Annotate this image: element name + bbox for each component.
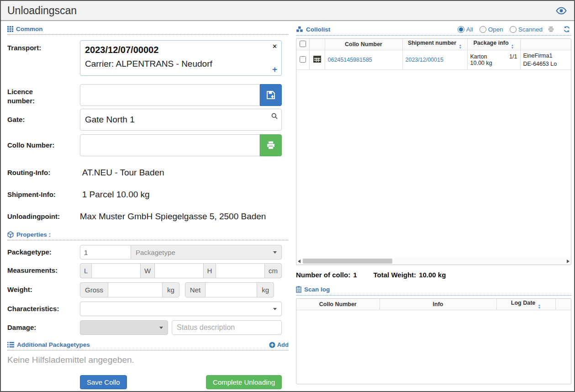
characteristics-select[interactable] bbox=[80, 302, 282, 316]
print-collo-button[interactable] bbox=[260, 134, 282, 156]
gate-label: Gate: bbox=[7, 109, 80, 131]
scroll-left-icon[interactable] bbox=[296, 258, 302, 265]
column-header-icon bbox=[309, 39, 325, 50]
collo-number-cell: 06245145981585 bbox=[325, 50, 402, 70]
filter-open-radio[interactable] bbox=[480, 26, 486, 33]
title-bar: Unloadingscan bbox=[1, 1, 574, 21]
collo-number-input[interactable] bbox=[80, 134, 260, 156]
transport-label: Transport: bbox=[7, 40, 80, 76]
add-label: Add bbox=[277, 341, 289, 348]
sort-icon[interactable]: ▲▼ bbox=[459, 44, 462, 49]
column-header-log-date[interactable]: Log Date▲▼ bbox=[496, 299, 555, 310]
clear-transport-icon[interactable]: ✕ bbox=[272, 43, 277, 49]
scrollbar-thumb[interactable] bbox=[303, 259, 392, 264]
filter-scanned-radio[interactable] bbox=[510, 26, 517, 33]
gross-addon: Gross bbox=[80, 282, 108, 297]
column-header-shipment-number[interactable]: Shipment number▲▼ bbox=[402, 39, 467, 50]
search-icon[interactable] bbox=[271, 113, 278, 119]
select-all-header bbox=[296, 39, 309, 50]
length-input[interactable] bbox=[92, 263, 140, 278]
collolist-filter-group: All Open Scanned bbox=[458, 26, 543, 33]
transport-number: 2023/12/07/00002 bbox=[85, 45, 269, 55]
row-detail-cell bbox=[309, 50, 325, 70]
characteristics-label: Characteristics: bbox=[7, 302, 80, 313]
column-header-collo-number[interactable]: Collo Number bbox=[296, 299, 380, 310]
page-title: Unloadingscan bbox=[7, 5, 77, 17]
transport-selection[interactable]: 2023/12/07/00002 Carrier: ALPENTRANS - N… bbox=[80, 40, 282, 76]
chevron-down-icon bbox=[273, 308, 277, 310]
detail-table-icon[interactable] bbox=[313, 56, 321, 63]
licence-number-input[interactable] bbox=[80, 84, 260, 106]
chevron-down-icon bbox=[159, 327, 163, 329]
scanlog-section-label: Scan log bbox=[304, 286, 330, 293]
additional-packagetypes-label: Additional Packagetypes bbox=[17, 341, 90, 348]
packagetype-select-value: Packagetype bbox=[136, 249, 175, 256]
clipboard-icon bbox=[296, 286, 301, 293]
save-collo-button[interactable]: Save Collo bbox=[80, 375, 127, 389]
shipment-info-value: 1 Parcel 10.00 kg bbox=[80, 190, 289, 200]
scrollbar-track[interactable] bbox=[302, 259, 565, 264]
collo-number-link[interactable]: 06245145981585 bbox=[328, 57, 372, 63]
filter-all-radio[interactable] bbox=[458, 26, 464, 33]
length-addon: L bbox=[80, 263, 92, 278]
add-packagetype-button[interactable]: Add bbox=[269, 341, 289, 348]
row-select-cell bbox=[296, 50, 309, 70]
column-header-info[interactable]: Info bbox=[380, 299, 496, 310]
kg-unit-addon: kg bbox=[257, 282, 274, 297]
kg-unit-addon: kg bbox=[162, 282, 179, 297]
filter-open[interactable]: Open bbox=[480, 26, 503, 33]
additional-packagetypes-header: Additional Packagetypes Add bbox=[7, 341, 289, 350]
damage-status-input[interactable] bbox=[172, 320, 282, 335]
refresh-icon[interactable] bbox=[563, 26, 570, 33]
width-addon: W bbox=[140, 263, 155, 278]
packagetype-count-input[interactable] bbox=[80, 245, 131, 260]
select-all-checkbox[interactable] bbox=[300, 41, 306, 47]
package-info-cell: Karton 1/1 10.00 kg bbox=[467, 50, 520, 70]
unloadingscan-window: Unloadingscan Common bbox=[0, 0, 575, 392]
scroll-right-icon[interactable] bbox=[565, 258, 571, 265]
width-input[interactable] bbox=[155, 263, 203, 278]
damage-select[interactable] bbox=[80, 320, 168, 335]
collolist-row[interactable]: 06245145981585 2023/12/00015 Karton 1/1 bbox=[296, 50, 571, 70]
collo-number-label: Collo Number: bbox=[7, 134, 80, 156]
properties-section-label: Properties : bbox=[16, 231, 51, 238]
shipment-number-link[interactable]: 2023/12/00015 bbox=[406, 57, 443, 63]
printer-icon bbox=[266, 140, 276, 150]
package-type: Karton bbox=[470, 53, 487, 60]
shipment-info-label: Shipment-Info: bbox=[7, 190, 80, 199]
licence-number-label: Licence number: bbox=[7, 84, 80, 106]
gate-input[interactable] bbox=[80, 109, 282, 131]
list-icon bbox=[7, 342, 14, 348]
packagetype-label: Packagetype: bbox=[7, 245, 80, 257]
gross-weight-input[interactable] bbox=[108, 282, 162, 297]
sort-icon[interactable]: ▲▼ bbox=[538, 304, 541, 309]
net-addon: Net bbox=[185, 282, 206, 297]
filter-scanned[interactable]: Scanned bbox=[510, 26, 543, 33]
unloadingpoint-value: Max Muster GmbH Spiegelgasse 5, 2500 Bad… bbox=[80, 212, 289, 222]
row-checkbox[interactable] bbox=[300, 56, 306, 63]
height-addon: H bbox=[203, 263, 216, 278]
eye-icon[interactable] bbox=[556, 7, 567, 15]
total-weight-value: 10.00 kg bbox=[419, 271, 446, 279]
scanlog-section-header: Scan log bbox=[296, 286, 571, 296]
column-header-package-info[interactable]: Package info▲▼ bbox=[467, 39, 520, 50]
scanlog-grid: Collo Number Info Log Date▲▼ bbox=[296, 298, 571, 384]
total-weight-label: Total Weight: bbox=[374, 271, 417, 279]
measurements-label: Measurements: bbox=[7, 263, 80, 275]
grid-icon bbox=[7, 26, 13, 32]
print-list-icon[interactable] bbox=[547, 26, 555, 33]
column-header-consignee bbox=[520, 39, 571, 50]
column-header-collo-number[interactable]: Collo Number bbox=[325, 39, 402, 50]
add-transport-icon[interactable]: + bbox=[272, 65, 277, 74]
net-weight-input[interactable] bbox=[206, 282, 257, 297]
weight-label: Weight: bbox=[7, 282, 80, 294]
filter-all[interactable]: All bbox=[458, 26, 473, 33]
horizontal-scrollbar[interactable] bbox=[296, 258, 571, 265]
common-section-label: Common bbox=[16, 26, 43, 32]
collolist-grid: Collo Number Shipment number▲▼ Package i… bbox=[296, 38, 571, 265]
sort-icon[interactable]: ▲▼ bbox=[511, 44, 514, 49]
complete-unloading-button[interactable]: Complete Unloading bbox=[206, 375, 282, 389]
save-licence-button[interactable] bbox=[260, 84, 282, 106]
packagetype-select[interactable]: Packagetype bbox=[131, 245, 282, 260]
height-input[interactable] bbox=[216, 263, 264, 278]
